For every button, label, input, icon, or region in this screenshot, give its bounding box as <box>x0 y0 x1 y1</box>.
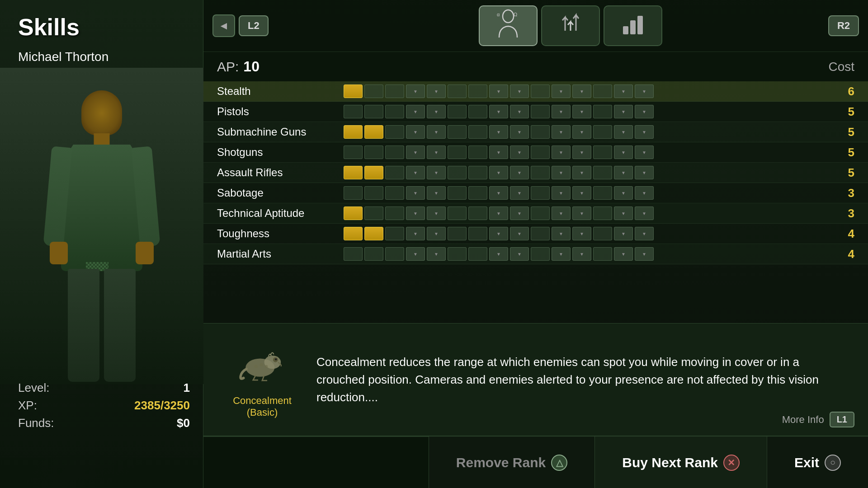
skill-bar <box>344 186 363 200</box>
skill-bars <box>344 105 832 118</box>
stats-tab-icon <box>619 10 646 42</box>
funds-value: $0 <box>177 416 190 430</box>
skill-row[interactable]: Technical Aptitude3 <box>203 203 868 224</box>
skill-bar <box>635 145 654 159</box>
skill-bar <box>614 227 633 240</box>
tab-stats[interactable] <box>604 5 662 46</box>
exit-label: Exit <box>794 455 819 470</box>
skill-bar <box>468 84 487 98</box>
skill-bar <box>364 105 383 118</box>
skill-bar <box>614 206 633 220</box>
skill-bar <box>489 84 508 98</box>
buy-next-rank-button[interactable]: Buy Next Rank ✕ <box>594 436 767 488</box>
skill-bar <box>593 84 612 98</box>
skill-bar <box>531 105 550 118</box>
skill-bar <box>406 206 425 220</box>
skill-cost: 5 <box>832 166 854 180</box>
skill-bar <box>593 186 612 200</box>
r2-badge[interactable]: R2 <box>828 15 859 36</box>
character-name: Michael Thorton <box>18 50 108 64</box>
skill-row[interactable]: Toughness4 <box>203 224 868 244</box>
skill-bar <box>344 247 363 261</box>
skill-bar <box>427 105 446 118</box>
skill-bar <box>406 84 425 98</box>
skill-bar <box>572 84 591 98</box>
skill-bar <box>593 166 612 179</box>
exit-button[interactable]: Exit ○ <box>767 436 868 488</box>
tab-progression[interactable] <box>541 5 600 46</box>
skill-row[interactable]: Sabotage3 <box>203 183 868 203</box>
skill-cost: 3 <box>832 206 854 221</box>
l1-badge[interactable]: L1 <box>830 412 854 427</box>
stats-panel: Level: 1 XP: 2385/3250 Funds: $0 <box>18 381 190 434</box>
skill-bar <box>364 206 383 220</box>
skill-bar <box>427 247 446 261</box>
skill-bar <box>593 105 612 118</box>
character-tab-icon: α Ω <box>495 8 522 44</box>
skill-bars <box>344 227 832 240</box>
skill-bar <box>614 125 633 139</box>
skill-bar <box>489 247 508 261</box>
svg-rect-5 <box>637 16 643 34</box>
skill-bar <box>427 125 446 139</box>
skill-row[interactable]: Pistols5 <box>203 102 868 122</box>
svg-point-9 <box>275 358 277 361</box>
skill-bar <box>344 227 363 240</box>
skill-bar <box>635 84 654 98</box>
char-right-hand <box>136 242 154 264</box>
remove-rank-button[interactable]: Remove Rank △ <box>429 436 594 488</box>
skill-bar <box>448 186 467 200</box>
svg-rect-3 <box>623 26 628 34</box>
skill-bar <box>531 145 550 159</box>
skill-bar <box>510 84 529 98</box>
skill-bar <box>572 125 591 139</box>
skill-bar <box>448 105 467 118</box>
skill-cost: 6 <box>832 84 854 99</box>
l2-nav-group[interactable]: ◄ L2 <box>212 14 269 37</box>
buy-next-rank-label: Buy Next Rank <box>622 455 718 470</box>
l2-badge[interactable]: L2 <box>239 15 269 36</box>
skill-bar <box>614 186 633 200</box>
skill-row[interactable]: Shotguns5 <box>203 142 868 163</box>
skill-cost: 3 <box>832 186 854 200</box>
skill-bar <box>364 186 383 200</box>
skill-row[interactable]: Stealth6 <box>203 81 868 102</box>
skill-bar <box>552 125 571 139</box>
skill-cost: 5 <box>832 145 854 160</box>
char-right-leg <box>104 269 136 382</box>
tab-character[interactable]: α Ω <box>479 5 538 46</box>
svg-rect-4 <box>630 20 636 34</box>
ap-value: 10 <box>243 58 259 75</box>
skill-row[interactable]: Martial Arts4 <box>203 244 868 264</box>
skill-bar <box>385 166 404 179</box>
skill-bar <box>635 206 654 220</box>
remove-icon: △ <box>551 455 567 471</box>
skill-bar <box>531 166 550 179</box>
skill-bar <box>448 145 467 159</box>
back-arrow-button[interactable]: ◄ <box>212 14 235 37</box>
skill-bar <box>510 186 529 200</box>
skill-row[interactable]: Assault Rifles5 <box>203 163 868 183</box>
skill-bar <box>468 166 487 179</box>
skill-bars <box>344 125 832 139</box>
skill-bar <box>406 227 425 240</box>
skill-bar <box>364 145 383 159</box>
skill-bar <box>531 227 550 240</box>
char-body <box>61 145 142 271</box>
skill-bar <box>531 206 550 220</box>
skill-bar <box>572 166 591 179</box>
skill-bar <box>572 227 591 240</box>
skill-bar <box>572 186 591 200</box>
info-panel: Concealment (Basic) Concealment reduces … <box>203 323 868 436</box>
skill-bar <box>406 166 425 179</box>
char-head <box>81 90 122 136</box>
skill-name: Assault Rifles <box>217 166 344 179</box>
skill-row[interactable]: Submachine Guns5 <box>203 122 868 142</box>
skill-name: Submachine Guns <box>217 126 344 138</box>
skill-bar <box>406 186 425 200</box>
skill-bar <box>552 105 571 118</box>
character-figure <box>38 90 165 384</box>
skill-bar <box>552 84 571 98</box>
skill-cost: 5 <box>832 105 854 119</box>
skill-bar <box>552 227 571 240</box>
